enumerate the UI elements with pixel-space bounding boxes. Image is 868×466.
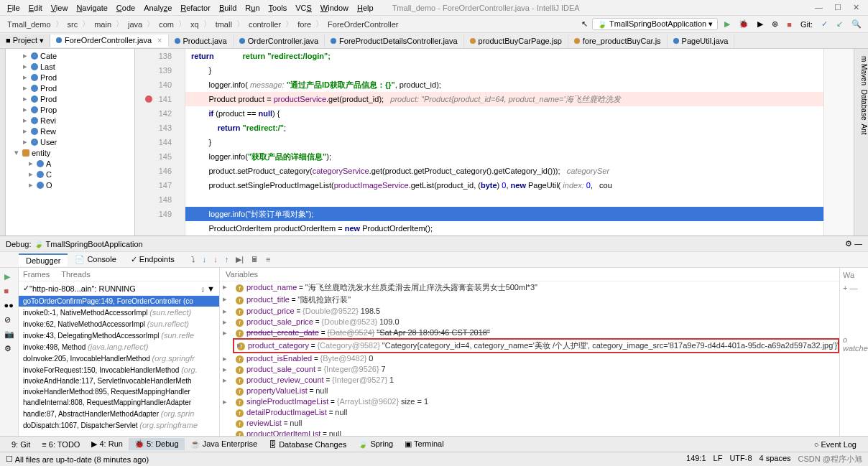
- indent[interactable]: 4 spaces: [760, 454, 791, 465]
- stack-frame[interactable]: invokeForRequest:150, InvocableHandlerMe…: [19, 364, 219, 376]
- editor-tab[interactable]: PageUtil.java: [668, 34, 735, 47]
- tree-item[interactable]: ▾entity: [6, 147, 134, 158]
- tool-run[interactable]: ▶ 4: Run: [86, 438, 128, 450]
- debug-icon[interactable]: 🐞: [737, 19, 751, 29]
- tool-db-changes[interactable]: 🗄 Database Changes: [263, 439, 352, 450]
- variable-row[interactable]: ▸fsingleProductImageList = {ArrayList@96…: [220, 396, 839, 407]
- tree-item[interactable]: ▸Revi: [6, 115, 134, 126]
- menu-edit[interactable]: Edit: [24, 2, 47, 14]
- stack-frame[interactable]: doDispatch:1067, DispatcherServlet (org.…: [19, 419, 219, 431]
- crumb-current[interactable]: ForeOrderController: [325, 19, 401, 30]
- menu-analyze[interactable]: Analyze: [139, 2, 176, 14]
- tab-console[interactable]: 📄 Console: [68, 253, 123, 266]
- right-tool-strip[interactable]: m Maven Database Ant: [854, 49, 868, 236]
- settings-icon[interactable]: ⚙: [4, 344, 14, 354]
- crumb[interactable]: tmall: [213, 19, 235, 30]
- crumb[interactable]: controller: [246, 19, 284, 30]
- force-step-into-icon[interactable]: ↓: [211, 255, 220, 264]
- stack-frame[interactable]: invokeHandlerMethod:895, RequestMappingH…: [19, 386, 219, 397]
- menu-code[interactable]: Code: [112, 2, 139, 14]
- tree-item[interactable]: ▸Rew: [6, 126, 134, 136]
- trace-icon[interactable]: ≡: [264, 255, 272, 264]
- run-icon[interactable]: ▶: [722, 19, 732, 29]
- menu-build[interactable]: Build: [215, 2, 241, 14]
- variable-row[interactable]: ▸fproduct_sale_count = {Integer@9526} 7: [220, 364, 839, 375]
- variable-row[interactable]: ▸fproduct_create_date = {Date@9524} "Sat…: [220, 327, 839, 338]
- tool-spring[interactable]: 🍃 Spring: [352, 438, 399, 450]
- menu-vcs[interactable]: VCS: [291, 2, 316, 14]
- tool-debug[interactable]: 🐞 5: Debug: [129, 438, 185, 450]
- stack-frame[interactable]: invoke:43, DelegatingMethodAccessorImpl …: [19, 330, 219, 341]
- variable-row[interactable]: ▸fproduct_review_count = {Integer@9527} …: [220, 375, 839, 386]
- stack-frame[interactable]: invokeAndHandle:117, ServletInvocableHan…: [19, 376, 219, 386]
- tool-terminal[interactable]: ▣ Terminal: [399, 438, 449, 450]
- step-into-icon[interactable]: ↓: [200, 255, 209, 264]
- tool-todo[interactable]: ≡ 6: TODO: [36, 439, 86, 450]
- menu-refactor[interactable]: Refactor: [176, 2, 215, 14]
- resume-icon[interactable]: ▶: [4, 272, 14, 282]
- editor-tab[interactable]: OrderController.java: [234, 34, 325, 47]
- thread-selector[interactable]: ✓ "http-nio-808...ain": RUNNING ↓ ▼: [19, 281, 219, 296]
- variable-row[interactable]: fproductOrderItemList = null: [220, 429, 839, 436]
- stop-debug-icon[interactable]: ■: [4, 286, 14, 297]
- variable-row[interactable]: ▸fproduct_name = "海飞丝鹿晗洗发水丝质柔滑去屑止痒洗头露膏套装…: [220, 281, 839, 294]
- stack-frame[interactable]: invoke:62, NativeMethodAccessorImpl (sun…: [19, 318, 219, 330]
- menu-navigate[interactable]: Navigate: [72, 2, 111, 14]
- tree-item[interactable]: ▸Prod: [6, 72, 134, 83]
- variable-row[interactable]: ▸fproduct_isEnabled = {Byte@9482} 0: [220, 353, 839, 364]
- view-breakpoints-icon[interactable]: ●●: [4, 301, 14, 311]
- stack-frame[interactable]: invoke0:-1, NativeMethodAccessorImpl (su…: [19, 307, 219, 318]
- run-config-select[interactable]: 🍃 TmallSpringBootApplication ▾: [592, 18, 718, 30]
- step-out-icon[interactable]: ↑: [223, 255, 231, 264]
- profile-icon[interactable]: ⊕: [770, 19, 780, 29]
- menu-run[interactable]: Run: [241, 2, 264, 14]
- line-sep[interactable]: LF: [714, 454, 723, 465]
- editor-tab[interactable]: fore_productBuyCar.js: [568, 34, 668, 47]
- variable-row[interactable]: fdetailProductImageList = null: [220, 407, 839, 418]
- editor-tab[interactable]: productBuyCarPage.jsp: [464, 34, 568, 47]
- editor-tab[interactable]: Product.java: [169, 34, 234, 47]
- maximize-icon[interactable]: ☐: [834, 3, 841, 12]
- caret-pos[interactable]: 149:1: [686, 454, 706, 465]
- stack-frame[interactable]: goToOrderConfirmPage:149, ForeOrderContr…: [19, 296, 219, 307]
- tree-item[interactable]: ▸Prod: [6, 93, 134, 104]
- crumb[interactable]: src: [65, 19, 81, 30]
- stop-icon[interactable]: ■: [785, 20, 794, 29]
- tool-git[interactable]: 9: Git: [6, 439, 36, 450]
- menu-file[interactable]: File: [3, 2, 24, 14]
- stack-frame[interactable]: doInvoke:205, InvocableHandlerMethod (or…: [19, 353, 219, 364]
- menu-view[interactable]: View: [47, 2, 73, 14]
- encoding[interactable]: UTF-8: [729, 454, 752, 465]
- git-update-icon[interactable]: ✓: [819, 19, 830, 29]
- tree-item[interactable]: ▸O: [6, 180, 134, 190]
- tree-item[interactable]: ▸A: [6, 158, 134, 169]
- breakpoint-icon[interactable]: [145, 95, 152, 103]
- crumb[interactable]: main: [91, 19, 114, 30]
- evaluate-icon[interactable]: 🖩: [249, 255, 261, 264]
- tree-item[interactable]: ▸User: [6, 136, 134, 147]
- variable-row[interactable]: freviewList = null: [220, 418, 839, 429]
- crumb[interactable]: java: [125, 19, 145, 30]
- stack-frame[interactable]: handle:87, AbstractHandlerMethodAdapter …: [19, 408, 219, 419]
- tab-endpoints[interactable]: ✓ Endpoints: [124, 253, 182, 266]
- gear-icon[interactable]: ⚙ —: [845, 239, 862, 248]
- crumb[interactable]: xq: [188, 19, 202, 30]
- variable-row[interactable]: ▸fproduct_title = "随机抢旅行装": [220, 294, 839, 306]
- step-over-icon[interactable]: ⤵: [189, 255, 198, 264]
- run-to-cursor-icon[interactable]: ▶|: [234, 255, 246, 264]
- menu-window[interactable]: Window: [316, 2, 353, 14]
- editor-tab[interactable]: ForeProductDetailsController.java: [325, 34, 463, 47]
- tab-debugger[interactable]: Debugger: [19, 253, 68, 266]
- minimap[interactable]: [823, 49, 854, 236]
- event-log[interactable]: ○ Event Log: [808, 439, 862, 450]
- editor-tab[interactable]: ForeOrderController.java×: [50, 34, 169, 47]
- variable-row[interactable]: ▸fproduct_price = {Double@9522} 198.5: [220, 306, 839, 317]
- menu-help[interactable]: Help: [353, 2, 378, 14]
- crumb[interactable]: fore: [295, 19, 314, 30]
- stack-frame[interactable]: handleInternal:808, RequestMappingHandle…: [19, 397, 219, 408]
- tree-item[interactable]: ▸Prop: [6, 104, 134, 115]
- tool-java-ent[interactable]: ☕ Java Enterprise: [185, 438, 264, 450]
- search-icon[interactable]: 🔍: [849, 19, 864, 29]
- minimize-icon[interactable]: —: [815, 3, 823, 12]
- camera-icon[interactable]: 📷: [4, 330, 14, 340]
